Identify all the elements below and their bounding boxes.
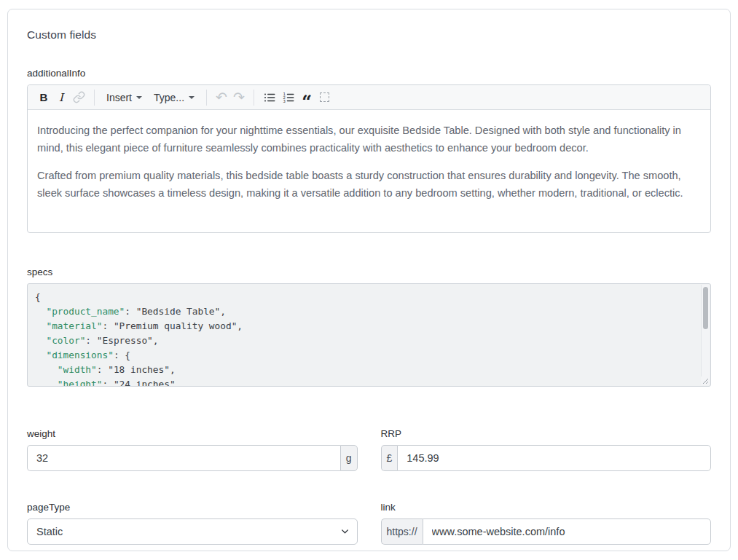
- pagetype-select[interactable]: Static: [27, 518, 358, 545]
- italic-button[interactable]: I: [52, 88, 70, 107]
- toolbar-divider: [94, 90, 95, 106]
- weight-label: weight: [27, 428, 358, 439]
- editor-toolbar: B I Insert Type... ↶ ↷: [28, 85, 710, 110]
- weight-input[interactable]: [27, 445, 340, 471]
- blockquote-button[interactable]: “: [298, 88, 315, 107]
- weight-field-group: weight g: [27, 428, 358, 471]
- specs-label: specs: [27, 267, 711, 277]
- link-input[interactable]: [423, 518, 711, 545]
- insert-dropdown[interactable]: Insert: [101, 88, 148, 107]
- layout-button[interactable]: [315, 88, 333, 107]
- numbered-list-button[interactable]: 123: [279, 88, 298, 107]
- rich-text-editor: B I Insert Type... ↶ ↷: [27, 84, 711, 233]
- pagetype-field-group: pageType Static: [27, 502, 358, 545]
- redo-icon: ↷: [233, 90, 245, 104]
- weight-unit-addon: g: [340, 445, 358, 471]
- rrp-field-group: RRP £: [381, 428, 712, 471]
- specs-code-field[interactable]: { "product_name": "Bedside Table", "mate…: [27, 283, 711, 387]
- link-button[interactable]: [70, 88, 88, 107]
- editor-content[interactable]: Introducing the perfect companion for yo…: [28, 110, 710, 232]
- protocol-addon: https://: [381, 518, 423, 545]
- bold-button[interactable]: B: [35, 88, 52, 107]
- type-dropdown[interactable]: Type...: [148, 88, 200, 107]
- chevron-down-icon: [136, 96, 142, 99]
- rrp-label: RRP: [381, 428, 712, 439]
- blockquote-icon: “: [302, 98, 312, 106]
- redo-button[interactable]: ↷: [230, 88, 248, 107]
- numbered-list-icon: 123: [282, 91, 295, 104]
- additional-info-label: additionalInfo: [27, 68, 711, 79]
- resize-handle[interactable]: [701, 376, 710, 385]
- specs-code-content[interactable]: { "product_name": "Bedside Table", "mate…: [28, 284, 710, 387]
- svg-text:3: 3: [283, 98, 286, 103]
- chevron-down-icon: [189, 96, 195, 99]
- bullet-list-button[interactable]: [260, 88, 279, 107]
- insert-dropdown-label: Insert: [106, 92, 132, 103]
- rrp-input[interactable]: [397, 445, 711, 471]
- link-icon: [73, 91, 85, 103]
- panel-title: Custom fields: [27, 28, 711, 42]
- custom-fields-panel: Custom fields additionalInfo B I Insert …: [7, 9, 731, 551]
- layout-box-icon: [320, 92, 329, 102]
- type-dropdown-label: Type...: [154, 92, 184, 103]
- toolbar-divider: [254, 90, 254, 106]
- pagetype-label: pageType: [27, 502, 358, 513]
- specs-scrollbar[interactable]: [701, 285, 710, 385]
- undo-icon: ↶: [216, 90, 227, 104]
- undo-button[interactable]: ↶: [213, 88, 230, 107]
- toolbar-divider: [206, 90, 207, 106]
- currency-addon: £: [381, 445, 398, 471]
- specs-scrollbar-thumb[interactable]: [703, 287, 708, 329]
- fields-grid: weight g RRP £ pageType Static: [27, 428, 711, 545]
- link-field-group: link https://: [381, 502, 712, 545]
- bullet-list-icon: [263, 91, 276, 104]
- link-label: link: [381, 502, 712, 513]
